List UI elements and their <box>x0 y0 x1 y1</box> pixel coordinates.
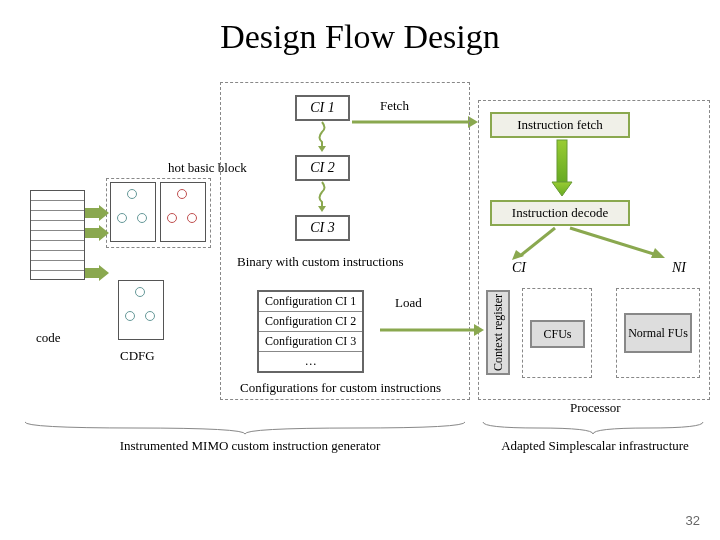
cdfg-box-1 <box>110 182 156 242</box>
instruction-fetch-box: Instruction fetch <box>490 112 630 138</box>
svg-rect-4 <box>85 228 99 238</box>
cfg-ci1: Configuration CI 1 <box>258 291 363 312</box>
cfg-ci3: Configuration CI 3 <box>258 332 363 352</box>
ci-label: CI <box>512 260 526 276</box>
cfus-box: CFUs <box>530 320 585 348</box>
right-brace-label: Adapted Simplescalar infrastructure <box>480 438 710 454</box>
cdfg-box-2 <box>160 182 206 242</box>
cdfg-label: CDFG <box>120 348 155 364</box>
code-label: code <box>36 330 61 346</box>
left-brace-label: Instrumented MIMO custom instruction gen… <box>60 438 440 454</box>
processor-label: Processor <box>570 400 621 416</box>
svg-rect-3 <box>85 208 99 218</box>
svg-rect-5 <box>85 268 99 278</box>
context-register: Context register <box>486 290 510 375</box>
cdfg-box-3 <box>118 280 164 340</box>
normal-fus-box: Normal FUs <box>624 313 692 353</box>
code-listing <box>30 190 85 280</box>
load-label: Load <box>395 295 422 311</box>
code-to-cdfg-arrow-3 <box>85 265 111 281</box>
ni-label: NI <box>672 260 686 276</box>
right-brace-icon <box>478 420 710 436</box>
left-brace-icon <box>20 420 470 436</box>
binary-label: Binary with custom instructions <box>237 254 403 270</box>
slide-title: Design Flow Design <box>0 0 720 56</box>
cfg-ci2: Configuration CI 2 <box>258 312 363 332</box>
cfg-for-label: Configurations for custom instructions <box>240 380 441 396</box>
config-table: Configuration CI 1 Configuration CI 2 Co… <box>257 290 364 373</box>
instruction-decode-box: Instruction decode <box>490 200 630 226</box>
cfg-dots: … <box>258 352 363 373</box>
slide-number: 32 <box>686 513 700 528</box>
